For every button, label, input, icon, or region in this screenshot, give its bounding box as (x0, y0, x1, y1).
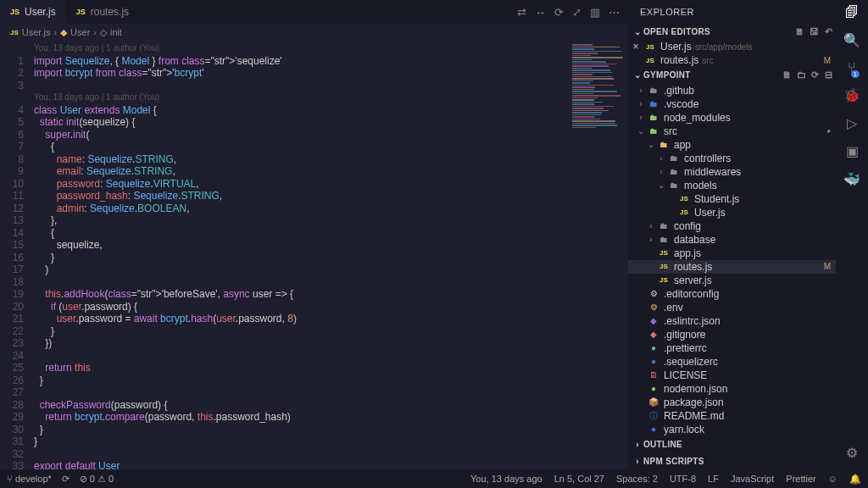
folder-icon: 🖿 (667, 180, 681, 190)
explorer-icon[interactable]: 🗐 (845, 5, 859, 20)
tree-item[interactable]: ⌄🖿src● (628, 125, 836, 138)
tree-item[interactable]: ●nodemon.json (628, 382, 836, 396)
tree-item[interactable]: ›🖿.github (628, 84, 836, 97)
blame-status[interactable]: You, 13 days ago (470, 474, 542, 485)
problems-status[interactable]: ⊘ 0 ⚠ 0 (80, 474, 114, 485)
tree-item[interactable]: JSUser.js (628, 206, 836, 219)
code-editor[interactable]: You, 13 days ago | 1 author (You)import … (34, 41, 569, 469)
search-icon[interactable]: 🔍 (843, 32, 860, 48)
tab-routes-js[interactable]: JSroutes.js (66, 0, 139, 24)
split-icon[interactable]: ▥ (590, 6, 600, 19)
breadcrumb[interactable]: JSUser.js ›◆User ›◇init (0, 24, 628, 41)
more-icon[interactable]: ⋯ (609, 6, 620, 19)
js-icon: JS (76, 8, 86, 16)
prettier-status[interactable]: Prettier (786, 474, 815, 485)
folder-icon: 🖿 (647, 126, 660, 136)
folder-icon: 🖿 (657, 140, 670, 149)
project-header[interactable]: ⌄GYMPOINT 🗎🗀⟳⊟ (628, 67, 836, 84)
branch-status[interactable]: ⑂ develop* (7, 474, 52, 484)
folder-icon: 🖿 (647, 113, 660, 122)
encoding-status[interactable]: UTF-8 (670, 474, 696, 485)
git-icon: ◆ (647, 330, 660, 339)
open-editors-header[interactable]: ⌄OPEN EDITORS 🗎🖫↶ (628, 23, 836, 40)
feedback-icon[interactable]: ☺ (828, 474, 837, 485)
tree-item[interactable]: ⌄🖿app (628, 138, 836, 152)
tree-item[interactable]: ›🖿config (628, 219, 836, 233)
tree-item[interactable]: ›🖿controllers (628, 152, 836, 165)
explorer-panel: EXPLORER ⌄OPEN EDITORS 🗎🖫↶ ×JSUser.js sr… (628, 0, 836, 469)
tree-item[interactable]: ◆.gitignore (628, 328, 836, 341)
tree-item[interactable]: JSroutes.jsM (628, 260, 836, 274)
new-file-icon[interactable]: 🗎 (782, 69, 792, 80)
notifications-icon[interactable]: 🔔 (849, 474, 861, 485)
extensions-icon[interactable]: ▣ (846, 143, 859, 159)
js-icon: JS (677, 208, 691, 216)
new-folder-icon[interactable]: 🗀 (797, 69, 806, 80)
outline-header[interactable]: ›OUTLINE (628, 436, 836, 453)
tree-item[interactable]: ›🖿.vscode (628, 97, 836, 111)
settings-icon[interactable]: ⚙ (846, 445, 858, 461)
md-icon: ⓘ (647, 410, 660, 422)
run-icon[interactable]: ▷ (847, 115, 857, 131)
tree-item[interactable]: 📦package.json (628, 396, 836, 409)
open-editor-item[interactable]: ×JSUser.js src/app/models (628, 40, 836, 53)
gear-icon: ⚙ (647, 302, 660, 312)
tree-item[interactable]: ⚙.editorconfig (628, 287, 836, 301)
class-icon: ◆ (60, 27, 67, 38)
folder-icon: 🖿 (647, 99, 660, 108)
folder-icon: 🖿 (667, 167, 681, 176)
tree-item[interactable]: ◆.eslintrc.json (628, 314, 836, 328)
minimap[interactable] (569, 41, 628, 469)
tree-item[interactable]: ⚙.env (628, 301, 836, 314)
js-icon: JS (677, 195, 691, 202)
gear-icon: ⚙ (647, 289, 660, 298)
js-icon: JS (10, 29, 19, 36)
debug-icon[interactable]: 🐞 (843, 87, 860, 103)
spaces-status[interactable]: Spaces: 2 (616, 474, 658, 485)
tree-item[interactable]: 🗎LICENSE (628, 369, 836, 382)
tab-user-js[interactable]: JSUser.js (0, 0, 66, 24)
tree-item[interactable]: ›🖿database (628, 233, 836, 247)
refresh-icon[interactable]: ⟳ (554, 6, 564, 19)
docker-icon[interactable]: 🐳 (843, 171, 860, 187)
open-icon[interactable]: ⤢ (572, 6, 581, 19)
new-icon[interactable]: 🗎 (795, 26, 804, 37)
tree-item[interactable]: ›🖿node_modules (628, 111, 836, 125)
folder-icon: 🖿 (657, 235, 670, 244)
tree-item[interactable]: ●.prettierrc (628, 341, 836, 355)
collapse-icon[interactable]: ⊟ (825, 69, 832, 80)
tree-item[interactable]: ⌄🖿models (628, 179, 836, 192)
method-icon: ◇ (100, 27, 107, 38)
tree-item[interactable]: ›🖿middlewares (628, 165, 836, 179)
file-tree[interactable]: ›🖿.github›🖿.vscode›🖿node_modules⌄🖿src●⌄🖿… (628, 84, 836, 436)
tree-item[interactable]: JSapp.js (628, 247, 836, 260)
revert-icon[interactable]: ↶ (825, 26, 832, 37)
line-gutter: 123 456789101112131415161718192021222324… (0, 41, 34, 469)
status-bar: ⑂ develop* ⟳ ⊘ 0 ⚠ 0 You, 13 days ago Ln… (0, 469, 868, 488)
folder-icon: 🖿 (657, 221, 670, 230)
npm-scripts-header[interactable]: ›NPM SCRIPTS (628, 452, 836, 469)
sync-status[interactable]: ⟳ (62, 474, 70, 485)
js-icon: JS (657, 249, 670, 257)
open-editor-item[interactable]: JSroutes.js srcM (628, 53, 836, 67)
history-icon[interactable]: ↔ (535, 6, 546, 19)
eol-status[interactable]: LF (708, 474, 719, 485)
tree-item[interactable]: ●.sequelizerc (628, 355, 836, 369)
cursor-status[interactable]: Ln 5, Col 27 (554, 474, 604, 485)
refresh-icon[interactable]: ⟳ (811, 69, 819, 80)
panel-title: EXPLORER (628, 0, 836, 23)
language-status[interactable]: JavaScript (731, 474, 774, 485)
seq-icon: ● (647, 357, 660, 366)
tree-item[interactable]: ⓘREADME.md (628, 409, 836, 423)
folder-icon: 🖿 (667, 153, 681, 163)
tree-item[interactable]: JSStudent.js (628, 192, 836, 206)
save-all-icon[interactable]: 🖫 (810, 26, 819, 37)
tree-item[interactable]: JSserver.js (628, 274, 836, 287)
yarn-icon: ● (647, 424, 660, 434)
source-control-icon[interactable]: ⑂1 (848, 60, 856, 75)
prettier-icon: ● (647, 343, 660, 352)
tab-actions: ⇄ ↔ ⟳ ⤢ ▥ ⋯ (517, 6, 628, 19)
tree-item[interactable]: ●yarn.lock (628, 423, 836, 436)
npm-icon: 📦 (647, 397, 660, 407)
compare-icon[interactable]: ⇄ (517, 6, 526, 19)
